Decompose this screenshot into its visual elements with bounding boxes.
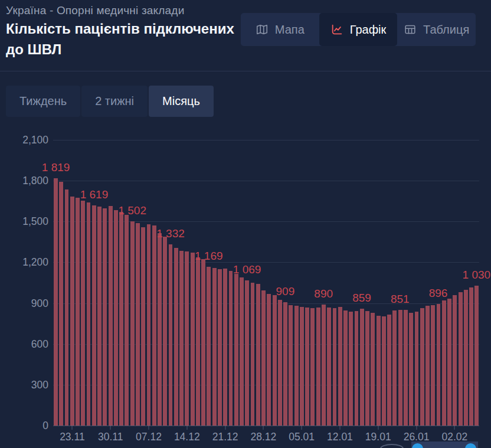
bar[interactable] <box>371 313 375 426</box>
bar[interactable] <box>283 302 287 426</box>
bar[interactable] <box>201 259 205 426</box>
bar[interactable] <box>322 305 326 426</box>
bar[interactable] <box>109 206 113 426</box>
bar[interactable] <box>92 205 96 426</box>
y-axis-label: 0 <box>42 420 48 432</box>
bar[interactable] <box>125 215 129 426</box>
bar[interactable] <box>103 208 107 426</box>
bar[interactable] <box>81 201 85 426</box>
bar[interactable] <box>474 286 479 426</box>
bar[interactable] <box>355 311 359 426</box>
bar[interactable] <box>398 310 402 426</box>
bar[interactable] <box>289 305 293 426</box>
bar[interactable] <box>234 274 238 426</box>
breadcrumb: Україна - Опорні медичні заклади <box>6 4 184 17</box>
bar[interactable] <box>223 269 227 426</box>
bar[interactable] <box>273 295 277 426</box>
bar[interactable] <box>130 221 135 426</box>
bar[interactable] <box>420 308 424 426</box>
bar[interactable] <box>453 295 457 426</box>
bar-value-label: 1 169 <box>195 250 223 263</box>
y-axis-label: 1,200 <box>22 256 48 269</box>
period-week-button[interactable]: Тиждень <box>6 86 80 117</box>
bar[interactable] <box>447 299 451 426</box>
bar[interactable] <box>245 280 249 426</box>
bar[interactable] <box>152 225 156 426</box>
bar[interactable] <box>174 248 178 426</box>
period-month-button[interactable]: Місяць <box>149 86 214 117</box>
bar[interactable] <box>349 312 353 426</box>
bar[interactable] <box>218 269 222 426</box>
bar[interactable] <box>310 308 315 426</box>
bar[interactable] <box>382 316 386 426</box>
bar[interactable] <box>261 290 266 426</box>
bar[interactable] <box>305 308 309 426</box>
tab-table-label: Таблиця <box>423 23 469 37</box>
x-axis-label: 28.12 <box>250 431 276 443</box>
bar[interactable] <box>76 198 80 426</box>
bar[interactable] <box>147 224 151 426</box>
bar[interactable] <box>185 251 189 426</box>
bar[interactable] <box>114 210 118 426</box>
bar[interactable] <box>65 189 69 426</box>
bar[interactable] <box>136 223 140 426</box>
bar[interactable] <box>377 316 381 426</box>
bar[interactable] <box>191 253 195 426</box>
bar[interactable] <box>59 182 63 426</box>
bar[interactable] <box>392 310 397 426</box>
bar[interactable] <box>442 300 446 426</box>
bar[interactable] <box>360 309 364 426</box>
bar[interactable] <box>294 306 299 426</box>
bar[interactable] <box>343 310 348 426</box>
period-two-weeks-button[interactable]: 2 тижні <box>81 86 148 117</box>
bar[interactable] <box>212 268 217 426</box>
tab-map[interactable]: Мапа <box>241 13 319 46</box>
bar[interactable] <box>333 308 337 426</box>
bar[interactable] <box>141 227 145 426</box>
bar[interactable] <box>464 290 468 426</box>
bar[interactable] <box>469 287 473 426</box>
bar[interactable] <box>409 313 413 426</box>
table-icon <box>404 23 417 36</box>
bar[interactable] <box>158 233 162 426</box>
bar[interactable] <box>316 308 320 426</box>
bar[interactable] <box>387 315 391 426</box>
bar[interactable] <box>278 300 282 426</box>
bar[interactable] <box>365 311 369 426</box>
bar[interactable] <box>415 312 419 426</box>
x-axis-label: 21.12 <box>212 431 238 443</box>
bar[interactable] <box>163 237 167 426</box>
bar[interactable] <box>179 251 184 426</box>
line-chart-icon <box>330 23 343 36</box>
bar[interactable] <box>196 257 200 426</box>
bar[interactable] <box>97 207 102 426</box>
bar[interactable] <box>229 271 233 426</box>
bar[interactable] <box>267 294 271 426</box>
bar-value-label: 896 <box>429 287 448 300</box>
period-tab-bar: Тиждень 2 тижні Місяць <box>6 86 214 117</box>
bar[interactable] <box>169 244 173 426</box>
bar[interactable] <box>119 212 123 426</box>
bar[interactable] <box>256 284 260 426</box>
bar[interactable] <box>251 283 255 426</box>
bar[interactable] <box>459 292 463 426</box>
tab-chart[interactable]: Графік <box>319 13 398 46</box>
bar[interactable] <box>327 308 331 426</box>
bar-value-label: 1 819 <box>42 161 70 174</box>
bar[interactable] <box>338 307 342 426</box>
bar[interactable] <box>87 202 91 426</box>
bar[interactable] <box>425 306 430 426</box>
bar[interactable] <box>240 277 244 426</box>
bar[interactable] <box>207 267 211 426</box>
bar[interactable] <box>404 310 408 426</box>
range-slider-grip[interactable] <box>380 444 404 448</box>
bar-value-label: 859 <box>352 292 371 305</box>
x-axis-tick <box>339 426 340 430</box>
tab-table[interactable]: Таблиця <box>397 13 476 46</box>
bar[interactable] <box>300 307 304 426</box>
bar[interactable] <box>431 305 435 426</box>
bar[interactable] <box>437 304 441 426</box>
bar[interactable] <box>70 197 74 426</box>
bar[interactable] <box>54 178 58 426</box>
x-axis-label: 23.11 <box>60 431 85 443</box>
